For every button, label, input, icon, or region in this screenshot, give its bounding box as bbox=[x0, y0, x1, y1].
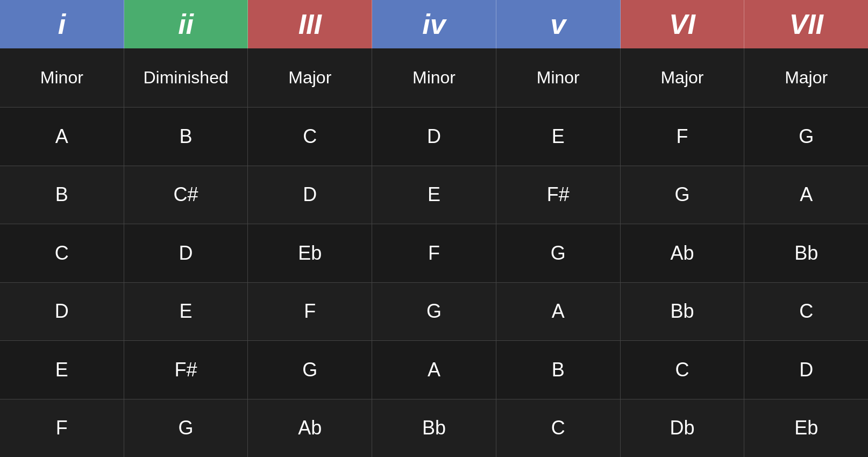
cell-0-4: E bbox=[496, 108, 621, 166]
header-cell-6: VII bbox=[744, 0, 868, 48]
cell-1-0: B bbox=[0, 166, 124, 224]
cell-5-5: Db bbox=[621, 399, 745, 458]
cell-0-3: D bbox=[372, 108, 496, 166]
cell-3-6: C bbox=[744, 283, 868, 341]
data-row-1: BC#DEF#GA bbox=[0, 166, 868, 225]
cell-1-5: G bbox=[621, 166, 745, 224]
cell-4-2: G bbox=[248, 341, 372, 399]
header-cell-0: i bbox=[0, 0, 124, 48]
type-cell-5: Major bbox=[621, 48, 745, 107]
data-row-2: CDEbFGAbBb bbox=[0, 224, 868, 283]
type-cell-6: Major bbox=[744, 48, 868, 107]
data-row-3: DEFGABbC bbox=[0, 283, 868, 341]
cell-1-2: D bbox=[248, 166, 372, 224]
cell-4-0: E bbox=[0, 341, 124, 399]
cell-2-0: C bbox=[0, 224, 124, 282]
cell-0-0: A bbox=[0, 108, 124, 166]
cell-4-5: C bbox=[621, 341, 745, 399]
header-cell-5: VI bbox=[621, 0, 745, 48]
header-cell-4: v bbox=[496, 0, 621, 48]
cell-2-2: Eb bbox=[248, 224, 372, 282]
cell-0-6: G bbox=[744, 108, 868, 166]
cell-0-5: F bbox=[621, 108, 745, 166]
type-cell-1: Diminished bbox=[124, 48, 248, 107]
header-cell-2: III bbox=[248, 0, 372, 48]
cell-3-2: F bbox=[248, 283, 372, 341]
cell-2-3: F bbox=[372, 224, 496, 282]
cell-2-4: G bbox=[496, 224, 621, 282]
cell-4-1: F# bbox=[124, 341, 248, 399]
cell-4-3: A bbox=[372, 341, 496, 399]
data-row-5: FGAbBbCDbEb bbox=[0, 399, 868, 458]
cell-5-2: Ab bbox=[248, 399, 372, 458]
type-cell-2: Major bbox=[248, 48, 372, 107]
type-cell-3: Minor bbox=[372, 48, 496, 107]
cell-1-6: A bbox=[744, 166, 868, 224]
cell-2-5: Ab bbox=[621, 224, 745, 282]
cell-3-0: D bbox=[0, 283, 124, 341]
cell-1-3: E bbox=[372, 166, 496, 224]
cell-3-4: A bbox=[496, 283, 621, 341]
type-cell-0: Minor bbox=[0, 48, 124, 107]
header-row: iiiIIIivvVIVII bbox=[0, 0, 868, 48]
cell-5-4: C bbox=[496, 399, 621, 458]
cell-3-5: Bb bbox=[621, 283, 745, 341]
header-cell-1: ii bbox=[124, 0, 248, 48]
cell-0-2: C bbox=[248, 108, 372, 166]
cell-1-1: C# bbox=[124, 166, 248, 224]
data-row-4: EF#GABCD bbox=[0, 341, 868, 399]
cell-3-1: E bbox=[124, 283, 248, 341]
cell-2-6: Bb bbox=[744, 224, 868, 282]
header-cell-3: iv bbox=[372, 0, 496, 48]
cell-0-1: B bbox=[124, 108, 248, 166]
cell-5-0: F bbox=[0, 399, 124, 458]
type-row: MinorDiminishedMajorMinorMinorMajorMajor bbox=[0, 48, 868, 108]
cell-5-3: Bb bbox=[372, 399, 496, 458]
cell-2-1: D bbox=[124, 224, 248, 282]
cell-5-6: Eb bbox=[744, 399, 868, 458]
cell-5-1: G bbox=[124, 399, 248, 458]
cell-1-4: F# bbox=[496, 166, 621, 224]
cell-3-3: G bbox=[372, 283, 496, 341]
type-cell-4: Minor bbox=[496, 48, 621, 107]
cell-4-6: D bbox=[744, 341, 868, 399]
data-row-0: ABCDEFG bbox=[0, 108, 868, 166]
cell-4-4: B bbox=[496, 341, 621, 399]
chord-table: iiiIIIivvVIVII MinorDiminishedMajorMinor… bbox=[0, 0, 868, 457]
